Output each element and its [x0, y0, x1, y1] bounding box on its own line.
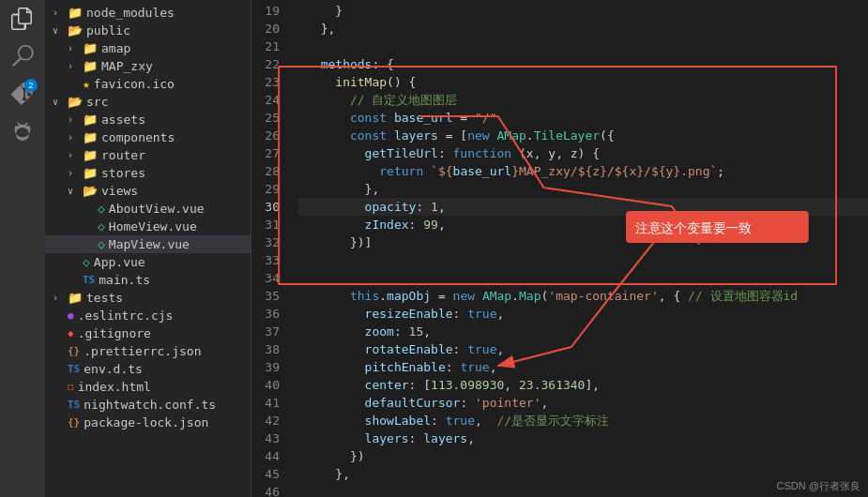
code-line-24: // 自定义地图图层 [298, 91, 868, 109]
tree-env-ts[interactable]: › TS env.d.ts [45, 360, 251, 378]
file-tree: › 📁 node_modules ∨ 📂 public › 📁 amap › 📁… [45, 0, 251, 497]
search-icon[interactable] [11, 45, 34, 68]
code-line-36: resizeEnable: true, [298, 305, 868, 323]
tree-views[interactable]: ∨ 📂 views [45, 182, 251, 200]
tree-public[interactable]: ∨ 📂 public [45, 22, 251, 39]
tree-map-view[interactable]: › ◇ MapView.vue [45, 235, 251, 253]
tree-map-zxy[interactable]: › 📁 MAP_zxy [45, 57, 251, 75]
code-line-23: initMap() { [298, 73, 868, 91]
code-line-31: zIndex: 99, [298, 216, 868, 233]
tree-amap[interactable]: › 📁 amap [45, 39, 251, 57]
code-line-32: })] [298, 233, 868, 251]
code-line-26: const layers = [new AMap.TileLayer({ [298, 127, 868, 144]
code-line-37: zoom: 15, [298, 323, 868, 340]
code-line-39: pitchEnable: true, [298, 358, 868, 376]
tree-gitignore[interactable]: › ◆ .gitignore [45, 324, 251, 342]
tree-app-vue[interactable]: › ◇ App.vue [45, 253, 251, 271]
code-line-34 [298, 269, 868, 287]
code-line-42: showLabel: true, //是否显示文字标注 [298, 412, 868, 429]
code-line-33 [298, 251, 868, 269]
tree-prettierrc[interactable]: › {} .prettierrc.json [45, 342, 251, 360]
tree-home-view[interactable]: › ◇ HomeView.vue [45, 218, 251, 235]
tree-nightwatch[interactable]: › TS nightwatch.conf.ts [45, 396, 251, 414]
tree-assets[interactable]: › 📁 assets [45, 111, 251, 128]
tree-stores[interactable]: › 📁 stores [45, 164, 251, 182]
code-line-25: const base_url = "/" [298, 109, 868, 127]
file-tree-sidebar: › 📁 node_modules ∨ 📂 public › 📁 amap › 📁… [45, 0, 251, 497]
debug-icon[interactable] [11, 120, 34, 143]
line-numbers: 19 20 21 22 23 24 25 26 27 28 29 30 31 3… [251, 0, 298, 497]
tree-main-ts[interactable]: › TS main.ts [45, 271, 251, 289]
sidebar-icons [0, 0, 45, 497]
code-line-21 [298, 38, 868, 55]
code-line-44: }) [298, 447, 868, 465]
tree-index-html[interactable]: › ◻ index.html [45, 378, 251, 396]
tree-eslintrc[interactable]: › ● .eslintrc.cjs [45, 307, 251, 324]
git-icon[interactable] [11, 83, 34, 105]
tree-package-lock[interactable]: › {} package-lock.json [45, 414, 251, 431]
tree-node-modules[interactable]: › 📁 node_modules [45, 4, 251, 22]
tree-favicon[interactable]: › ★ favicon.ico [45, 75, 251, 93]
code-line-22: methods: { [298, 55, 868, 73]
code-line-27: getTileUrl: function (x, y, z) { [298, 144, 868, 162]
code-line-43: layers: layers, [298, 429, 868, 447]
code-line-35: this.mapObj = new AMap.Map('map-containe… [298, 287, 868, 305]
explorer-icon[interactable] [11, 8, 34, 30]
tree-router[interactable]: › 📁 router [45, 146, 251, 164]
tree-src[interactable]: ∨ 📂 src [45, 93, 251, 111]
code-line-20: }, [298, 20, 868, 38]
code-line-38: rotateEnable: true, [298, 340, 868, 358]
watermark: CSDN @行者张良 [777, 479, 860, 493]
code-line-29: }, [298, 180, 868, 198]
editor-area: 19 20 21 22 23 24 25 26 27 28 29 30 31 3… [251, 0, 868, 497]
tree-about-view[interactable]: › ◇ AboutView.vue [45, 200, 251, 218]
code-line-28: return `${base_url}MAP_zxy/${z}/${x}/${y… [298, 162, 868, 180]
code-lines[interactable]: } }, methods: { initMap() { // 自定义地图图层 c… [298, 0, 868, 497]
code-line-41: defaultCursor: 'pointer', [298, 394, 868, 412]
code-line-40: center: [113.098930, 23.361340], [298, 376, 868, 394]
code-line-30: opacity: 1, [298, 198, 868, 216]
code-line-19: } [298, 2, 868, 20]
code-container[interactable]: 19 20 21 22 23 24 25 26 27 28 29 30 31 3… [251, 0, 868, 497]
tree-tests[interactable]: › 📁 tests [45, 289, 251, 307]
tree-components[interactable]: › 📁 components [45, 128, 251, 146]
